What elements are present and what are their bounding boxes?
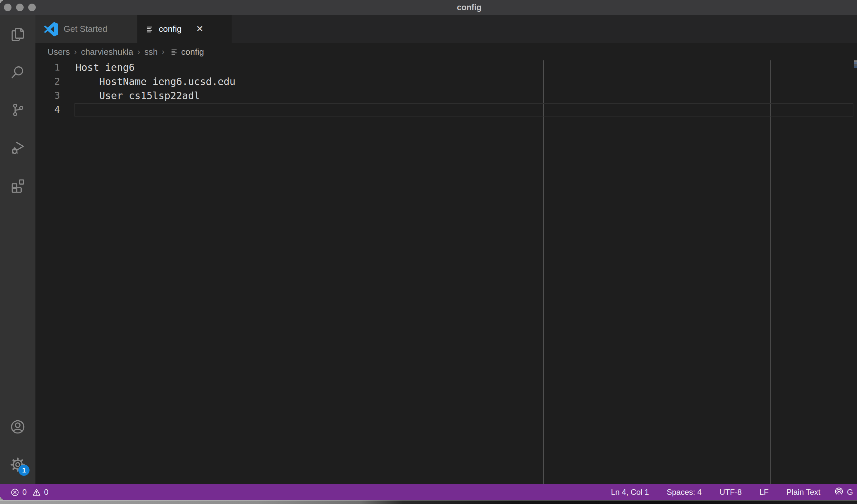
warning-icon <box>32 488 41 497</box>
breadcrumb-item-charvieshukla[interactable]: charvieshukla <box>81 47 133 57</box>
plain-text-file-icon <box>171 48 178 55</box>
status-bar: 0 0 Ln 4, Col 1 Spaces: 4 UTF-8 LF <box>0 484 857 500</box>
extensions-icon[interactable] <box>9 176 27 195</box>
source-control-icon[interactable] <box>9 101 27 119</box>
broadcast-icon <box>834 487 844 497</box>
run-and-debug-icon[interactable] <box>9 138 27 157</box>
search-icon[interactable] <box>9 63 27 81</box>
settings-badge: 1 <box>18 465 30 476</box>
line-number: 1 <box>35 61 60 74</box>
vscode-window: config <box>0 0 857 500</box>
go-live-label: G <box>847 488 853 497</box>
tab-config[interactable]: config ✕ <box>138 15 232 43</box>
minimize-window-button[interactable] <box>16 4 23 11</box>
code-line[interactable]: 1 Host ieng6 <box>35 61 857 74</box>
activity-bar: 1 <box>0 15 35 484</box>
chevron-right-icon: › <box>74 47 77 56</box>
line-number: 3 <box>35 89 60 103</box>
chevron-right-icon: › <box>162 47 164 56</box>
close-window-button[interactable] <box>4 4 12 11</box>
code-text <box>60 103 75 117</box>
go-live-status[interactable]: G <box>831 484 856 500</box>
breadcrumb-item-ssh[interactable]: ssh <box>145 47 157 57</box>
breadcrumb-item-users[interactable]: Users <box>48 47 70 57</box>
indentation-status[interactable]: Spaces: 4 <box>664 484 704 500</box>
warning-count: 0 <box>44 488 48 497</box>
language-label: Plain Text <box>787 488 821 497</box>
cursor-position-label: Ln 4, Col 1 <box>611 488 649 497</box>
encoding-label: UTF-8 <box>720 488 742 497</box>
title-bar: config <box>0 0 857 15</box>
zoom-window-button[interactable] <box>28 4 36 11</box>
cursor-position-status[interactable]: Ln 4, Col 1 <box>608 484 652 500</box>
accounts-icon[interactable] <box>9 418 27 436</box>
code-text: User cs15lsp22adl <box>60 89 200 103</box>
code-text: HostName ieng6.ucsd.edu <box>60 74 236 89</box>
encoding-status[interactable]: UTF-8 <box>717 484 744 500</box>
minimap[interactable] <box>854 61 857 68</box>
code-line[interactable]: 2 HostName ieng6.ucsd.edu <box>35 74 857 89</box>
language-mode-status[interactable]: Plain Text <box>784 484 823 500</box>
line-number: 2 <box>35 74 60 89</box>
eol-status[interactable]: LF <box>757 484 771 500</box>
chevron-right-icon: › <box>137 47 140 56</box>
plain-text-file-icon <box>146 25 154 33</box>
tab-get-started[interactable]: Get Started <box>35 15 138 43</box>
code-line-current[interactable]: 4 <box>35 103 857 117</box>
line-number: 4 <box>35 103 60 117</box>
explorer-icon[interactable] <box>9 25 27 44</box>
window-title: config <box>457 0 482 15</box>
breadcrumb: Users › charvieshukla › ssh › config <box>35 43 857 61</box>
traffic-lights <box>4 4 36 11</box>
eol-label: LF <box>759 488 769 497</box>
code-line[interactable]: 3 User cs15lsp22adl <box>35 89 857 103</box>
vertical-ruler <box>543 61 544 484</box>
manage-gear-icon[interactable]: 1 <box>9 455 27 474</box>
breadcrumb-item-file[interactable]: config <box>169 47 204 57</box>
tab-label: config <box>159 24 182 34</box>
error-icon <box>11 488 19 497</box>
vscode-logo-icon <box>43 22 58 37</box>
vertical-ruler <box>770 61 771 484</box>
code-text: Host ieng6 <box>60 61 135 74</box>
editor-pane[interactable]: 1 Host ieng6 2 HostName ieng6.ucsd.edu 3… <box>35 61 857 484</box>
indentation-label: Spaces: 4 <box>667 488 702 497</box>
breadcrumb-file-label: config <box>181 47 204 57</box>
error-count: 0 <box>22 488 27 497</box>
tab-bar: Get Started config ✕ <box>35 15 857 43</box>
close-tab-icon[interactable]: ✕ <box>196 24 203 33</box>
problems-status[interactable]: 0 0 <box>8 484 51 500</box>
tab-label: Get Started <box>64 24 107 34</box>
